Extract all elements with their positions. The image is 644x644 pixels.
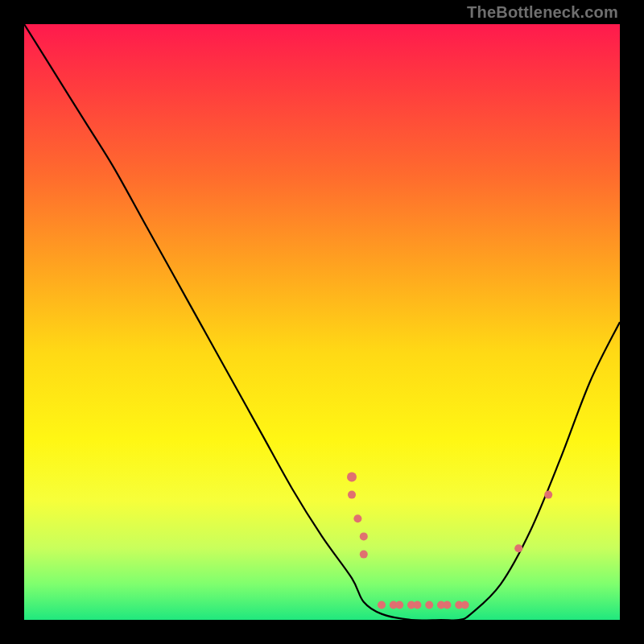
plot-area bbox=[24, 24, 620, 620]
data-marker bbox=[544, 491, 552, 499]
chart-svg bbox=[24, 24, 620, 620]
data-marker bbox=[514, 544, 522, 552]
data-marker bbox=[348, 491, 356, 499]
watermark-label: TheBottleneck.com bbox=[467, 3, 618, 22]
data-marker bbox=[395, 601, 403, 609]
data-marker bbox=[413, 601, 421, 609]
chart-frame: TheBottleneck.com bbox=[0, 0, 644, 644]
data-marker bbox=[347, 472, 357, 481]
data-marker bbox=[378, 601, 386, 609]
data-marker bbox=[425, 601, 433, 609]
data-marker bbox=[443, 601, 451, 609]
data-marker bbox=[360, 532, 368, 540]
bottleneck-curve bbox=[24, 24, 620, 620]
data-marker bbox=[353, 514, 361, 522]
data-marker bbox=[360, 551, 368, 559]
marker-group bbox=[347, 472, 552, 609]
data-marker bbox=[461, 601, 469, 609]
